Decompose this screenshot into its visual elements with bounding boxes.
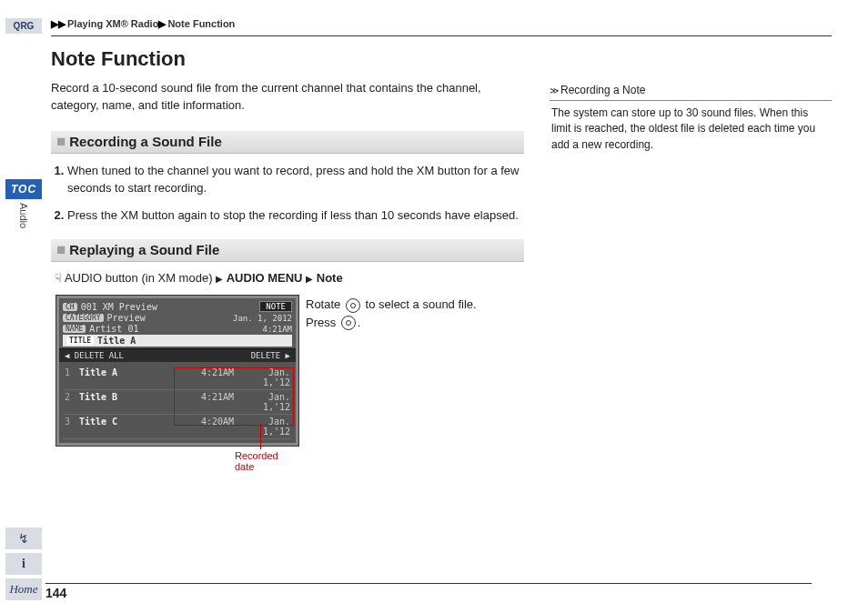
side-rail: QRG TOC Audio ↯ i Home bbox=[5, 18, 42, 600]
title-value: Title A bbox=[97, 336, 136, 346]
section-label: Audio bbox=[18, 203, 29, 228]
side-heading: ≫Recording a Note bbox=[550, 84, 832, 96]
voice-icon: ↯ bbox=[18, 531, 29, 546]
breadcrumb: ▶▶Playing XM® Radio▶Note Function bbox=[51, 18, 832, 30]
press-dial-icon bbox=[341, 316, 356, 330]
rotary-dial-icon bbox=[346, 298, 360, 313]
qrg-tab[interactable]: QRG bbox=[5, 18, 42, 34]
list-item[interactable]: 3 Title C 4:20AM Jan. 1,'12 bbox=[63, 415, 292, 439]
triangle-icon: ▶ bbox=[306, 274, 313, 284]
category-value: Preview bbox=[107, 313, 146, 323]
rule bbox=[51, 35, 832, 36]
ch-value: 001 XM Preview bbox=[81, 302, 157, 312]
list-item[interactable]: 1 Title A 4:21AM Jan. 1,'12 bbox=[63, 366, 292, 390]
title-tag: TITLE bbox=[66, 337, 94, 345]
list-item[interactable]: 2 Title B 4:21AM Jan. 1,'12 bbox=[63, 390, 292, 415]
ch-tag: CH bbox=[63, 303, 77, 311]
rotate-press-instructions: Rotate to select a sound file. Press . bbox=[306, 296, 477, 331]
toc-tab[interactable]: TOC bbox=[5, 179, 42, 199]
nav-path: ☟ AUDIO button (in XM mode) ▶ AUDIO MENU… bbox=[55, 271, 524, 285]
callout-label: Recorded date bbox=[235, 450, 293, 472]
step-1: When tuned to the channel you want to re… bbox=[67, 163, 524, 197]
info-tile[interactable]: i bbox=[5, 553, 42, 575]
note-indicator: NOTE bbox=[259, 301, 292, 312]
callout-line bbox=[260, 424, 261, 449]
arrow-icon: ▶ bbox=[158, 18, 166, 29]
intro-text: Record a 10-second sound file from the c… bbox=[51, 80, 524, 115]
square-bullet-icon: ■ bbox=[56, 242, 66, 257]
name-value: Artist 01 bbox=[89, 324, 138, 334]
section-heading-recording: ■ Recording a Sound File bbox=[51, 131, 524, 154]
square-bullet-icon: ■ bbox=[56, 134, 66, 149]
delete-button[interactable]: DELETE ▶ bbox=[251, 351, 290, 360]
arrow-icon: ▶▶ bbox=[51, 18, 66, 29]
home-tile[interactable]: Home bbox=[5, 578, 42, 600]
record-time: 4:21AM bbox=[262, 325, 292, 334]
device-screenshot: CH 001 XM Preview NOTE CATEGORY Preview … bbox=[56, 296, 298, 446]
record-date: Jan. 1, 2012 bbox=[233, 314, 292, 323]
page-title: Note Function bbox=[51, 47, 832, 71]
category-tag: CATEGORY bbox=[63, 314, 104, 322]
hand-icon: ☟ bbox=[55, 271, 62, 285]
delete-all-button[interactable]: ◀ DELETE ALL bbox=[65, 351, 124, 360]
voice-tile[interactable]: ↯ bbox=[5, 528, 42, 549]
side-note-body: The system can store up to 30 sound file… bbox=[550, 100, 832, 157]
page-number: 144 bbox=[45, 583, 812, 600]
main-column: Record a 10-second sound file from the c… bbox=[51, 80, 524, 482]
side-column: ≫Recording a Note The system can store u… bbox=[550, 80, 832, 482]
step-2: Press the XM button again to stop the re… bbox=[67, 207, 524, 225]
name-tag: NAME bbox=[63, 325, 86, 333]
section-heading-replaying: ■ Replaying a Sound File bbox=[51, 239, 524, 262]
triangle-icon: ▶ bbox=[216, 274, 223, 284]
double-arrow-icon: ≫ bbox=[550, 85, 559, 95]
